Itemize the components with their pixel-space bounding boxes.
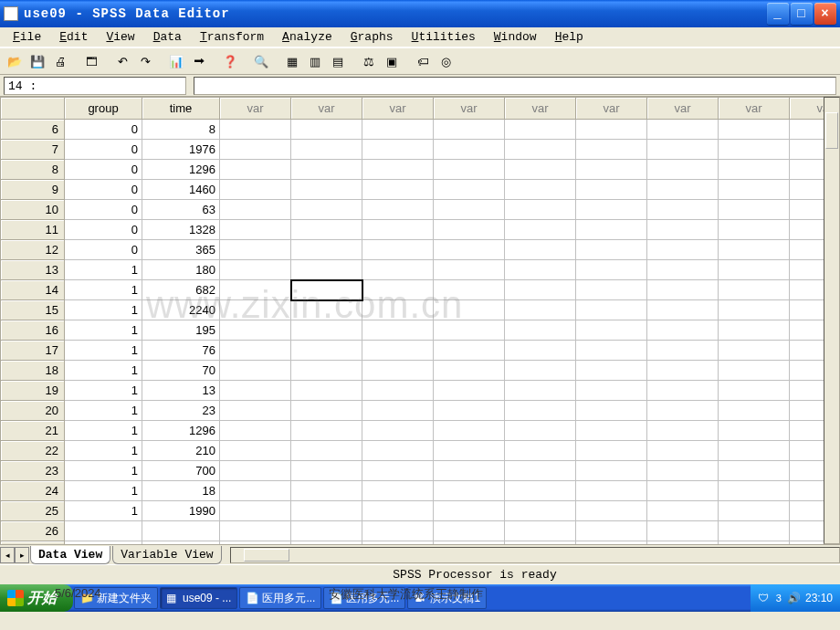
cell-time[interactable]: 2240 [142, 300, 220, 320]
cell-empty[interactable] [362, 361, 434, 381]
cell-empty[interactable] [576, 441, 647, 461]
cell-empty[interactable] [505, 160, 576, 180]
cell-empty[interactable] [719, 280, 790, 300]
cell-empty[interactable] [576, 461, 647, 481]
cell-empty[interactable] [291, 260, 362, 280]
cell-empty[interactable] [647, 320, 719, 341]
table-row[interactable]: 2511990 [1, 501, 841, 521]
cell-empty[interactable] [434, 140, 505, 160]
row-header[interactable]: 25 [1, 501, 65, 521]
cell-empty[interactable] [647, 481, 719, 501]
cell-group[interactable]: 1 [65, 341, 142, 361]
cell-empty[interactable] [220, 120, 291, 140]
cell-empty[interactable] [434, 200, 505, 220]
cell-empty[interactable] [434, 381, 505, 401]
cell-group[interactable]: 1 [65, 300, 142, 320]
cell-empty[interactable] [647, 361, 719, 381]
cell-empty[interactable] [719, 541, 790, 545]
cell-empty[interactable] [505, 260, 576, 280]
cell-empty[interactable] [291, 200, 362, 220]
menu-view[interactable]: View [97, 28, 143, 46]
cell-empty[interactable] [434, 461, 505, 481]
row-header[interactable]: 23 [1, 461, 65, 481]
cell-empty[interactable] [647, 260, 719, 280]
menu-transform[interactable]: Transform [191, 28, 273, 46]
cell-empty[interactable] [362, 501, 434, 521]
cell-empty[interactable] [647, 140, 719, 160]
column-header-var[interactable]: var [505, 98, 576, 120]
select-cases-button[interactable]: ▣ [381, 51, 403, 72]
table-row[interactable]: 901460 [1, 180, 841, 200]
table-row[interactable]: 120365 [1, 240, 841, 260]
cell-empty[interactable] [220, 300, 291, 320]
cell-empty[interactable] [220, 341, 291, 361]
cell-empty[interactable] [362, 160, 434, 180]
cell-empty[interactable] [505, 481, 576, 501]
cell-empty[interactable] [505, 300, 576, 320]
cell-empty[interactable] [220, 401, 291, 421]
cell-group[interactable]: 0 [65, 140, 142, 160]
cell-empty[interactable] [505, 441, 576, 461]
cell-empty[interactable] [505, 120, 576, 140]
cell-empty[interactable] [291, 481, 362, 501]
column-header-var[interactable]: var [362, 98, 434, 120]
menu-help[interactable]: Help [546, 28, 593, 46]
row-header[interactable]: 18 [1, 361, 65, 381]
table-row[interactable]: 801296 [1, 160, 841, 180]
column-header-group[interactable]: group [65, 98, 142, 120]
cell-empty[interactable] [362, 180, 434, 200]
menu-data[interactable]: Data [144, 28, 191, 46]
tab-data-view[interactable]: Data View [30, 546, 110, 564]
cell-empty[interactable] [362, 280, 434, 300]
cell-time[interactable]: 13 [142, 381, 220, 401]
cell-empty[interactable] [362, 140, 434, 160]
table-row[interactable]: 17176 [1, 341, 841, 361]
menu-analyze[interactable]: Analyze [273, 28, 341, 46]
variables-button[interactable]: ❓ [219, 51, 241, 72]
cell-empty[interactable] [576, 501, 647, 521]
row-header[interactable]: 10 [1, 200, 65, 220]
find-button[interactable]: 🔍 [250, 51, 272, 72]
cell-empty[interactable] [647, 120, 719, 140]
cell-time[interactable]: 63 [142, 200, 220, 220]
row-header[interactable]: 14 [1, 280, 65, 300]
cell-empty[interactable] [362, 461, 434, 481]
use-sets-button[interactable]: ◎ [435, 51, 457, 72]
cell-group[interactable] [65, 521, 142, 541]
cell-empty[interactable] [719, 341, 790, 361]
table-row[interactable]: 19113 [1, 381, 841, 401]
cell-empty[interactable] [291, 280, 362, 300]
save-button[interactable]: 💾 [26, 51, 48, 72]
cell-empty[interactable] [362, 220, 434, 240]
cell-empty[interactable] [505, 401, 576, 421]
cell-empty[interactable] [505, 541, 576, 545]
table-row[interactable]: 221210 [1, 441, 841, 461]
cell-empty[interactable] [434, 361, 505, 381]
cell-empty[interactable] [291, 381, 362, 401]
cell-empty[interactable] [291, 441, 362, 461]
cell-empty[interactable] [291, 300, 362, 320]
cell-empty[interactable] [434, 541, 505, 545]
cell-empty[interactable] [220, 521, 291, 541]
row-header[interactable]: 7 [1, 140, 65, 160]
table-row[interactable]: 20123 [1, 401, 841, 421]
cell-empty[interactable] [647, 381, 719, 401]
cell-group[interactable]: 1 [65, 461, 142, 481]
cell-empty[interactable] [362, 200, 434, 220]
cell-empty[interactable] [647, 280, 719, 300]
close-button[interactable]: × [814, 3, 836, 25]
cell-empty[interactable] [719, 521, 790, 541]
cell-empty[interactable] [362, 521, 434, 541]
cell-time[interactable]: 700 [142, 461, 220, 481]
cell-empty[interactable] [434, 160, 505, 180]
row-header[interactable]: 15 [1, 300, 65, 320]
cell-time[interactable]: 76 [142, 341, 220, 361]
cell-empty[interactable] [291, 461, 362, 481]
cell-empty[interactable] [220, 200, 291, 220]
cell-empty[interactable] [719, 180, 790, 200]
cell-empty[interactable] [505, 140, 576, 160]
cell-time[interactable]: 1328 [142, 220, 220, 240]
cell-empty[interactable] [576, 320, 647, 341]
cell-empty[interactable] [719, 160, 790, 180]
table-row[interactable]: 231700 [1, 461, 841, 481]
